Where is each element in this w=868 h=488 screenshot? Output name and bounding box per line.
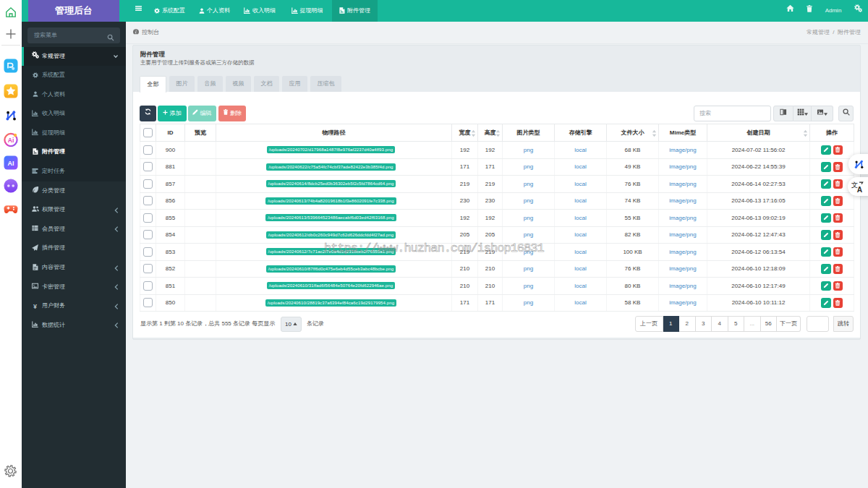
svg-text:A: A bbox=[857, 186, 863, 193]
svg-text:AI: AI bbox=[8, 160, 14, 167]
svg-text:Ai: Ai bbox=[8, 137, 14, 144]
